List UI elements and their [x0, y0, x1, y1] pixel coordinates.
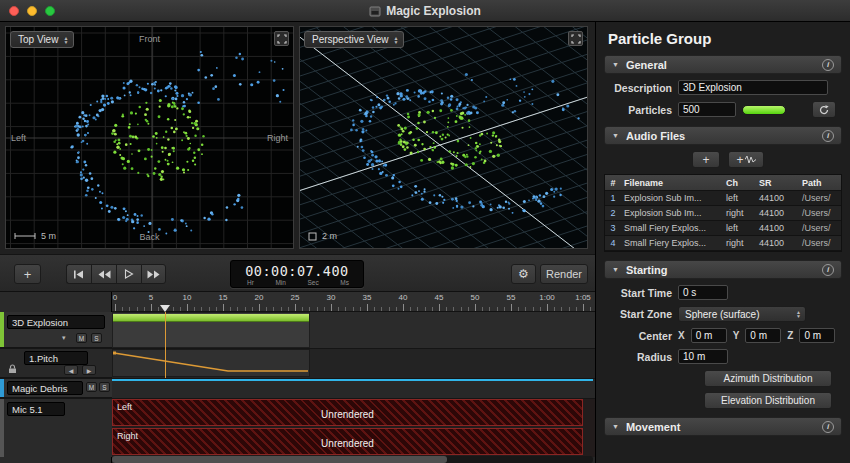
time-display[interactable]: 00:00:07.400 Hr Min Sec Ms	[230, 260, 364, 288]
randomize-color-button[interactable]	[812, 101, 836, 118]
scrollbar-thumb[interactable]	[112, 456, 447, 463]
row-divider	[0, 398, 595, 399]
start-zone-value: Sphere (surface)	[685, 309, 759, 320]
chevron-down-icon[interactable]: ▾	[62, 334, 66, 342]
start-zone-select[interactable]: Sphere (surface) ▲▼	[678, 306, 806, 322]
lock-icon[interactable]	[8, 364, 17, 374]
ruler-label: 5	[141, 293, 161, 302]
mic-left-region[interactable]: Left Unrendered	[112, 399, 583, 426]
audio-file-row[interactable]: 4Small Fiery Explos...right44100/Users/	[605, 236, 841, 251]
disclosure-icon[interactable]: ▼	[612, 266, 619, 273]
ruler-tick	[482, 307, 483, 311]
particle-color-swatch[interactable]	[742, 105, 786, 115]
column-header[interactable]: Path	[799, 178, 838, 188]
mic-right-region[interactable]: Right Unrendered	[112, 428, 583, 455]
rewind-button[interactable]	[91, 264, 116, 284]
track-header-explosion[interactable]: 3D Explosion ▾ M S	[0, 312, 112, 348]
pitch-automation-clip[interactable]	[112, 349, 310, 377]
track-name-field[interactable]: 3D Explosion	[7, 315, 105, 329]
prev-keyframe-button[interactable]: ◀	[64, 365, 78, 375]
render-settings-button[interactable]: ⚙	[511, 264, 536, 284]
section-header-general[interactable]: ▼ General i	[604, 55, 842, 74]
add-audio-waveform-button[interactable]: +	[728, 151, 764, 168]
audio-file-row[interactable]: 2Explosion Sub Im...right44100/Users/	[605, 206, 841, 221]
automation-param-field[interactable]: 1.Pitch	[24, 351, 88, 365]
track-name-field[interactable]: Mic 5.1	[7, 402, 65, 416]
disclosure-icon[interactable]: ▼	[612, 423, 619, 430]
viewport-top-view[interactable]: Top View ▲▼ Front Left Right Back 5 m	[5, 26, 294, 249]
track-header-mic[interactable]: Mic 5.1	[0, 398, 112, 457]
table-cell: Small Fiery Explos...	[621, 238, 723, 248]
next-keyframe-button[interactable]: ▶	[82, 365, 96, 375]
ruler-tick	[295, 304, 296, 311]
playhead-marker[interactable]	[160, 305, 170, 312]
go-to-start-button[interactable]	[66, 264, 91, 284]
radius-input[interactable]: 10 m	[678, 349, 728, 364]
track-header-pitch[interactable]: 1.Pitch ◀ ▶	[0, 348, 112, 378]
explosion-clip-bar[interactable]	[113, 314, 309, 322]
track-lane-pitch[interactable]	[112, 348, 595, 378]
start-time-input[interactable]: 0 s	[678, 285, 728, 300]
view-selector[interactable]: Perspective View ▲▼	[304, 31, 404, 48]
column-header[interactable]: Filename	[621, 178, 723, 188]
section-header-audio-files[interactable]: ▼ Audio Files i	[604, 126, 842, 145]
play-button[interactable]	[116, 264, 141, 284]
column-header[interactable]: Ch	[723, 178, 756, 188]
ruler-tick	[439, 304, 440, 311]
ruler-label: 30	[321, 293, 341, 302]
table-cell: Small Fiery Explos...	[621, 223, 723, 233]
column-header[interactable]: SR	[756, 178, 799, 188]
add-particle-group-button[interactable]: +	[14, 264, 41, 284]
add-audio-file-button[interactable]: +	[692, 151, 720, 168]
info-icon[interactable]: i	[822, 421, 834, 433]
elevation-distribution-button[interactable]: Elevation Distribution	[704, 392, 832, 409]
viewport-perspective[interactable]: Perspective View ▲▼ 2 m	[299, 26, 588, 249]
center-y-value: 0 m	[750, 330, 767, 341]
debris-clip-bar[interactable]	[112, 379, 593, 381]
solo-button[interactable]: S	[99, 382, 110, 392]
section-header-movement[interactable]: ▼ Movement i	[604, 417, 842, 436]
solo-button[interactable]: S	[91, 333, 102, 343]
info-icon[interactable]: i	[822, 264, 834, 276]
track-lane-explosion[interactable]	[112, 312, 595, 348]
fast-forward-button[interactable]	[141, 264, 166, 284]
mute-button[interactable]: M	[86, 382, 97, 392]
track-lane-debris[interactable]	[112, 378, 595, 398]
track-color-strip	[0, 398, 4, 457]
disclosure-icon[interactable]: ▼	[612, 61, 619, 68]
center-y-input[interactable]: 0 m	[745, 328, 781, 343]
info-icon[interactable]: i	[822, 59, 834, 71]
expand-viewport-icon[interactable]	[274, 31, 289, 46]
pitch-automation-curve[interactable]	[113, 350, 309, 376]
ruler-tick	[540, 307, 541, 311]
timeline-scrollbar[interactable]	[112, 456, 593, 463]
azimuth-distribution-button[interactable]: Azimuth Distribution	[704, 370, 832, 387]
playhead-line[interactable]	[165, 312, 166, 378]
particles-input[interactable]: 500	[678, 102, 736, 117]
section-title: Movement	[626, 421, 680, 433]
start-zone-label: Start Zone	[606, 308, 672, 320]
popup-arrows-icon: ▲▼	[796, 310, 801, 318]
description-input[interactable]: 3D Explosion	[678, 80, 828, 95]
timeline-ruler[interactable]: 05101520253035404550551:001:05	[112, 292, 595, 312]
center-z-input[interactable]: 0 m	[799, 328, 835, 343]
column-header[interactable]: #	[605, 178, 621, 188]
track-header-debris[interactable]: Magic Debris M S	[0, 378, 112, 398]
center-x-input[interactable]: 0 m	[691, 328, 727, 343]
view-selector[interactable]: Top View ▲▼	[10, 31, 74, 48]
mute-button[interactable]: M	[76, 333, 87, 343]
axis-z-label: Z	[787, 330, 793, 341]
expand-viewport-icon[interactable]	[568, 31, 583, 46]
track-lane-mic[interactable]: Left Unrendered Right Unrendered	[112, 398, 595, 457]
section-header-starting[interactable]: ▼ Starting i	[604, 260, 842, 279]
render-button[interactable]: Render	[540, 264, 588, 284]
audio-file-row[interactable]: 3Small Fiery Explos...left44100/Users/	[605, 221, 841, 236]
track-name-field[interactable]: Magic Debris	[7, 381, 83, 395]
popup-arrows-icon: ▲▼	[394, 36, 399, 44]
explosion-clip[interactable]	[112, 312, 310, 348]
ruler-tick	[187, 304, 188, 311]
ruler-label: 55	[501, 293, 521, 302]
audio-file-row[interactable]: 1Explosion Sub Im...left44100/Users/	[605, 191, 841, 206]
info-icon[interactable]: i	[822, 130, 834, 142]
disclosure-icon[interactable]: ▼	[612, 132, 619, 139]
